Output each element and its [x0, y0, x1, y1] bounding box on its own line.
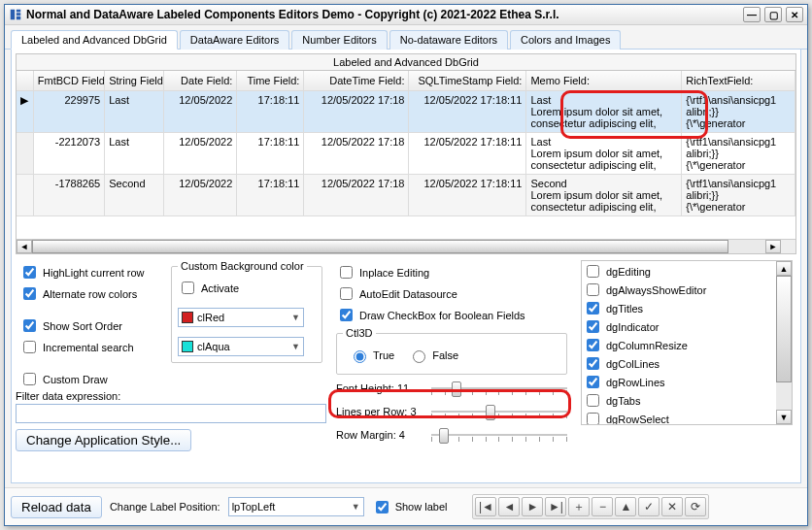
cell[interactable]: Last	[105, 133, 163, 175]
slider-rowmargin[interactable]	[431, 425, 567, 445]
radio-ctl3d-false[interactable]: False	[408, 348, 458, 363]
list-item[interactable]: dgColLines	[583, 354, 775, 373]
app-icon	[9, 8, 22, 21]
cell[interactable]: 17:18:11	[237, 133, 304, 175]
chk-inplace[interactable]: Inplace Editing	[336, 263, 567, 282]
list-item[interactable]: dgAlwaysShowEditor	[583, 281, 775, 299]
cell[interactable]: Second	[105, 175, 163, 216]
col-date[interactable]: Date Field:	[163, 71, 237, 91]
label-position-caption: Change Label Position:	[110, 501, 220, 513]
scroll-right-icon[interactable]: ►	[765, 240, 781, 253]
tab-number-editors[interactable]: Number Editors	[291, 30, 387, 50]
list-item[interactable]: dgRowLines	[583, 373, 775, 391]
table-row[interactable]: -2212073Last12/05/202217:18:1112/05/2022…	[17, 133, 795, 175]
nav-edit-icon[interactable]: ▲	[615, 497, 636, 516]
cell[interactable]: Second Lorem ipsum dolor sit amet, conse…	[526, 175, 682, 216]
fieldset-ctl3d: Ctl3D True False	[336, 327, 567, 375]
cell[interactable]: 12/05/2022 17:18	[304, 175, 409, 216]
cell[interactable]: -1788265	[33, 175, 104, 216]
col-string[interactable]: String Field:	[105, 71, 163, 91]
window-title: Normal and DataAware Labeled Components …	[26, 8, 559, 21]
nav-insert-icon[interactable]: ＋	[568, 497, 590, 516]
nav-post-icon[interactable]: ✓	[638, 497, 660, 516]
cell[interactable]: Last Lorem ipsum dolor sit amet, consect…	[526, 91, 682, 133]
cell[interactable]: -2212073	[33, 133, 104, 175]
nav-refresh-icon[interactable]: ⟳	[685, 497, 706, 516]
radio-ctl3d-true[interactable]: True	[349, 348, 394, 363]
options-listbox[interactable]: dgEditingdgAlwaysShowEditordgTitlesdgInd…	[581, 260, 793, 425]
chk-sort[interactable]: Show Sort Order	[19, 316, 157, 335]
table-row[interactable]: -1788265Second12/05/202217:18:1112/05/20…	[17, 175, 795, 216]
tab-page: Labeled and Advanced DbGrid FmtBCD Field…	[11, 50, 801, 483]
list-item[interactable]: dgTitles	[583, 299, 775, 317]
nav-next-icon[interactable]: ►	[522, 497, 543, 516]
col-sqltimestamp[interactable]: SQLTimeStamp Field:	[409, 71, 526, 91]
cell[interactable]: 12/05/2022 17:18:11	[409, 91, 526, 133]
cell[interactable]: {\rtf1\ansi\ansicpg1 alibri;}} {\*\gener…	[682, 133, 795, 175]
list-item[interactable]: dgEditing	[583, 262, 775, 281]
db-navigator: |◄ ◄ ► ►| ＋ − ▲ ✓ ✕ ⟳	[472, 494, 709, 519]
nav-first-icon[interactable]: |◄	[475, 497, 496, 516]
chk-activate-bg[interactable]: Activate	[178, 279, 316, 297]
col-datetime[interactable]: DateTime Field:	[304, 71, 409, 91]
cell[interactable]: 12/05/2022	[163, 133, 237, 175]
cell[interactable]: 12/05/2022 17:18	[304, 133, 409, 175]
dbgrid[interactable]: FmtBCD Field: String Field: Date Field: …	[16, 70, 796, 254]
list-item[interactable]: dgColumnResize	[583, 336, 775, 354]
row-indicator	[17, 175, 33, 216]
chk-alternate[interactable]: Alternate row colors	[19, 284, 157, 303]
cell[interactable]: 12/05/2022 17:18:11	[409, 133, 526, 175]
cell[interactable]: 12/05/2022	[163, 175, 237, 216]
cell[interactable]: Last Lorem ipsum dolor sit amet, consect…	[526, 133, 682, 175]
cell[interactable]: 17:18:11	[237, 175, 304, 216]
list-item[interactable]: dgIndicator	[583, 317, 775, 336]
cell[interactable]: 12/05/2022 17:18:11	[409, 175, 526, 216]
chk-highlight[interactable]: HighLight current row	[19, 263, 157, 282]
tab-dataaware-editors[interactable]: DataAware Editors	[180, 30, 290, 50]
scroll-down-icon[interactable]: ▼	[776, 410, 792, 424]
nav-prev-icon[interactable]: ◄	[498, 497, 520, 516]
minimize-button[interactable]: ―	[743, 7, 761, 22]
cell[interactable]: 12/05/2022 17:18	[304, 91, 409, 133]
cell[interactable]: 17:18:11	[237, 91, 304, 133]
reload-button[interactable]: Reload data	[11, 496, 102, 518]
cell[interactable]: {\rtf1\ansi\ansicpg1 alibri;}} {\*\gener…	[682, 175, 795, 216]
slider-linesperrow[interactable]	[431, 402, 567, 421]
chevron-down-icon: ▼	[352, 502, 360, 512]
cell[interactable]: {\rtf1\ansi\ansicpg1 alibri;}} {\*\gener…	[682, 91, 795, 133]
table-row[interactable]: ▶229975Last12/05/202217:18:1112/05/2022 …	[17, 91, 795, 133]
chk-drawcb[interactable]: Draw CheckBox for Boolean Fields	[336, 306, 567, 324]
scroll-up-icon[interactable]: ▲	[776, 261, 792, 276]
cell[interactable]: 229975	[33, 91, 104, 133]
slider-fontheight[interactable]	[431, 379, 567, 398]
nav-last-icon[interactable]: ►|	[545, 497, 566, 516]
label-fontheight: Font Height: 11	[336, 382, 425, 394]
close-button[interactable]: ✕	[786, 7, 803, 22]
tab-nodataware-editors[interactable]: No-dataware Editors	[389, 30, 508, 50]
col-richtext[interactable]: RichTextField:	[682, 71, 795, 91]
list-item[interactable]: dgTabs	[583, 391, 775, 410]
nav-delete-icon[interactable]: −	[592, 497, 613, 516]
label-linesperrow: Lines per Row: 3	[336, 406, 425, 417]
chk-autoedit[interactable]: AutoEdit Datasource	[336, 284, 567, 303]
chk-show-label[interactable]: Show label	[372, 498, 448, 516]
scroll-left-icon[interactable]: ◄	[17, 240, 32, 253]
chk-incremental[interactable]: Incremental search	[19, 338, 157, 356]
list-item[interactable]: dgRowSelect	[583, 410, 775, 425]
grid-hscrollbar[interactable]: ◄ ►	[17, 239, 795, 253]
cell[interactable]: 12/05/2022	[163, 91, 237, 133]
tab-colors-images[interactable]: Colors and Images	[510, 30, 621, 50]
col-time[interactable]: Time Field:	[237, 71, 304, 91]
chk-customdraw[interactable]: Custom Draw	[19, 370, 157, 388]
maximize-button[interactable]: ▢	[764, 7, 782, 22]
chevron-down-icon: ▼	[291, 342, 300, 351]
combo-color-red[interactable]: clRed ▼	[178, 308, 304, 327]
nav-cancel-icon[interactable]: ✕	[661, 497, 683, 516]
tab-labeled-dbgrid[interactable]: Labeled and Advanced DbGrid	[11, 30, 178, 50]
col-fmtbcd[interactable]: FmtBCD Field:	[33, 71, 104, 91]
cell[interactable]: Last	[105, 91, 163, 133]
col-memo[interactable]: Memo Field:	[526, 71, 682, 91]
fieldset-bgcolor: Custom Background color Activate clRed ▼…	[171, 260, 322, 363]
combo-label-position[interactable]: lpTopLeft ▼	[228, 497, 364, 516]
combo-color-aqua[interactable]: clAqua ▼	[178, 337, 304, 356]
